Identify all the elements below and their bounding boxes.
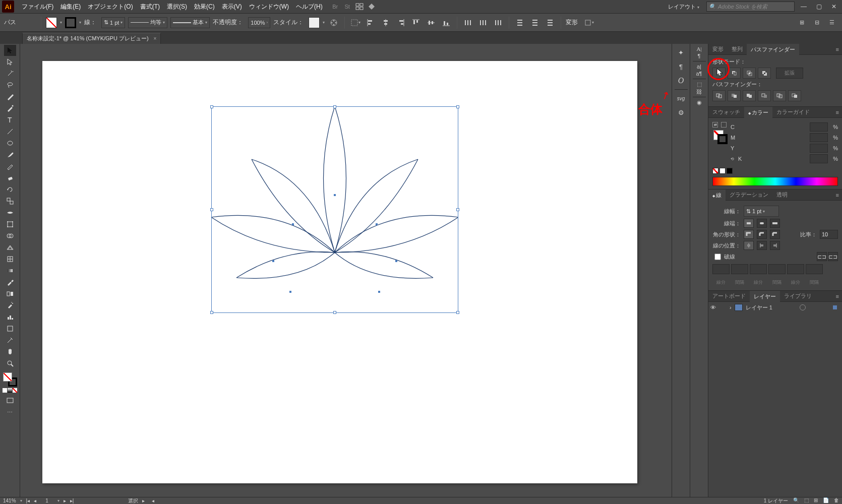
pen-tool[interactable] xyxy=(4,91,16,102)
maximize-button[interactable]: ▢ xyxy=(813,2,825,11)
mesh-tool[interactable] xyxy=(4,254,16,265)
tab-color-guide[interactable]: カラーガイド xyxy=(772,106,814,118)
black-swatch[interactable] xyxy=(727,168,733,174)
tab-transform[interactable]: 変形 xyxy=(708,43,728,55)
color-c-input[interactable] xyxy=(810,122,828,132)
panel-menu-icon[interactable]: ≡ xyxy=(833,192,842,198)
stock-icon[interactable]: St xyxy=(341,1,353,13)
blend-tool[interactable] xyxy=(4,288,16,299)
distribute-hcenter-icon[interactable] xyxy=(477,17,489,29)
align-left-icon[interactable] xyxy=(365,17,377,29)
selection-bounding-box[interactable] xyxy=(211,106,458,313)
layer-target-icon[interactable] xyxy=(800,304,806,310)
layer-expand-icon[interactable]: › xyxy=(730,304,732,310)
tab-pathfinder[interactable]: パスファインダー xyxy=(747,44,799,55)
color-y-input[interactable] xyxy=(810,144,828,153)
align-bottom-icon[interactable] xyxy=(440,17,452,29)
rotate-tool[interactable] xyxy=(4,184,16,195)
recolor-icon[interactable] xyxy=(328,17,340,29)
intersect-button[interactable] xyxy=(743,68,756,79)
layer-row[interactable]: 👁 › レイヤー 1 xyxy=(708,302,842,313)
color-k-input[interactable] xyxy=(810,154,828,163)
fill-stroke-indicator[interactable] xyxy=(3,372,17,387)
locate-layer-icon[interactable]: 🔍 xyxy=(793,497,799,505)
isolate-icon[interactable]: ▾ xyxy=(583,17,595,29)
menu-object[interactable]: オブジェクト(O) xyxy=(84,1,136,13)
minus-back-button[interactable] xyxy=(788,90,801,101)
char-panel-icon[interactable]: A| xyxy=(696,46,701,52)
symbol-sprayer-tool[interactable] xyxy=(4,300,16,311)
color-m-input[interactable] xyxy=(810,133,828,142)
opentype-icon[interactable]: O xyxy=(674,74,688,87)
align-to-dropdown[interactable]: ▾ xyxy=(349,17,362,29)
scale-tool[interactable] xyxy=(4,196,16,207)
rectangle-tool[interactable] xyxy=(4,138,16,149)
artboard-nav-input[interactable]: 1 xyxy=(40,498,53,503)
brush-definition[interactable]: 基本▾ xyxy=(170,17,210,28)
paintbrush-tool[interactable] xyxy=(4,149,16,160)
expand-button[interactable]: 拡張 xyxy=(776,68,803,79)
align-top-icon[interactable] xyxy=(410,17,422,29)
lasso-tool[interactable] xyxy=(4,80,16,91)
panel-menu-icon[interactable]: ≡ xyxy=(833,46,842,52)
tab-libraries[interactable]: ライブラリ xyxy=(780,290,816,302)
menu-select[interactable]: 選択(S) xyxy=(163,1,191,13)
magic-wand-tool[interactable] xyxy=(4,68,16,79)
canvas[interactable]: 合体 ↗ xyxy=(20,44,672,497)
pencil-tool[interactable] xyxy=(4,161,16,172)
new-layer-icon[interactable]: 📄 xyxy=(823,497,829,505)
stroke-weight-input[interactable]: ⇅1 pt▾ xyxy=(101,17,125,28)
perspective-grid-tool[interactable] xyxy=(4,242,16,253)
tab-swatch[interactable]: スウォッチ xyxy=(708,106,744,118)
menu-effect[interactable]: 効果(C) xyxy=(191,1,218,13)
hand-tool[interactable] xyxy=(4,346,16,357)
panel-menu-icon[interactable]: ≡ xyxy=(833,109,842,115)
asset-export-icon[interactable]: ⬚ xyxy=(697,81,702,88)
join-round[interactable] xyxy=(757,230,767,239)
search-input[interactable]: 🔍 Adobe Stock を検索 xyxy=(706,2,795,12)
distribute-bottom-icon[interactable] xyxy=(544,17,556,29)
color-mode-gradient[interactable] xyxy=(8,388,12,393)
close-tab-icon[interactable]: × xyxy=(154,36,157,41)
minimize-button[interactable]: — xyxy=(798,2,810,11)
cap-round[interactable] xyxy=(757,219,767,228)
stroke-weight-panel-input[interactable]: ⇅1 pt▾ xyxy=(744,206,779,217)
align-center[interactable] xyxy=(744,241,754,250)
menu-edit[interactable]: 編集(E) xyxy=(57,1,84,13)
distribute-top-icon[interactable] xyxy=(514,17,526,29)
opacity-input[interactable]: 100%› xyxy=(248,17,270,28)
gradient-tool[interactable] xyxy=(4,265,16,276)
menu-view[interactable]: 表示(V) xyxy=(218,1,246,13)
slice-tool[interactable] xyxy=(4,335,16,346)
artboard-nav-prev[interactable]: ◂ xyxy=(34,498,36,503)
snap-icon[interactable]: ⊟ xyxy=(811,17,823,29)
minus-front-button[interactable] xyxy=(728,68,741,79)
appearance-icon[interactable]: ◉ xyxy=(697,99,702,106)
menu-type[interactable]: 書式(T) xyxy=(137,1,163,13)
dashed-checkbox[interactable] xyxy=(714,254,721,260)
tab-layers[interactable]: レイヤー xyxy=(750,291,780,302)
transform-label[interactable]: 変形 xyxy=(566,18,578,27)
glyphs-icon[interactable]: ¶ xyxy=(674,60,688,73)
line-tool[interactable] xyxy=(4,126,16,137)
artboard-nav-next[interactable]: ▸ xyxy=(64,498,66,503)
stroke-swatch[interactable] xyxy=(65,17,76,28)
dash-align-corners[interactable]: ⊏⊐ xyxy=(828,252,838,261)
curvature-tool[interactable] xyxy=(4,103,16,114)
eyedropper-tool[interactable] xyxy=(4,277,16,288)
para-styles-icon[interactable]: a¶ xyxy=(696,71,702,77)
selection-tool[interactable] xyxy=(4,45,16,56)
new-sublayer-icon[interactable]: ⊞ xyxy=(814,497,818,505)
para-panel-icon[interactable]: ¶ xyxy=(698,53,701,59)
direct-selection-tool[interactable] xyxy=(4,56,16,68)
align-outside[interactable] xyxy=(770,241,780,250)
exclude-button[interactable] xyxy=(758,68,771,79)
tab-transparency[interactable]: 透明 xyxy=(772,189,792,201)
width-tool[interactable] xyxy=(4,207,16,218)
layer-mask-icon[interactable]: ⬚ xyxy=(804,497,809,505)
distribute-left-icon[interactable] xyxy=(462,17,474,29)
color-mode-fill[interactable] xyxy=(3,388,7,393)
menu-file[interactable]: ファイル(F) xyxy=(18,1,57,13)
free-transform-tool[interactable] xyxy=(4,219,16,230)
arrange-icon[interactable] xyxy=(353,1,366,13)
